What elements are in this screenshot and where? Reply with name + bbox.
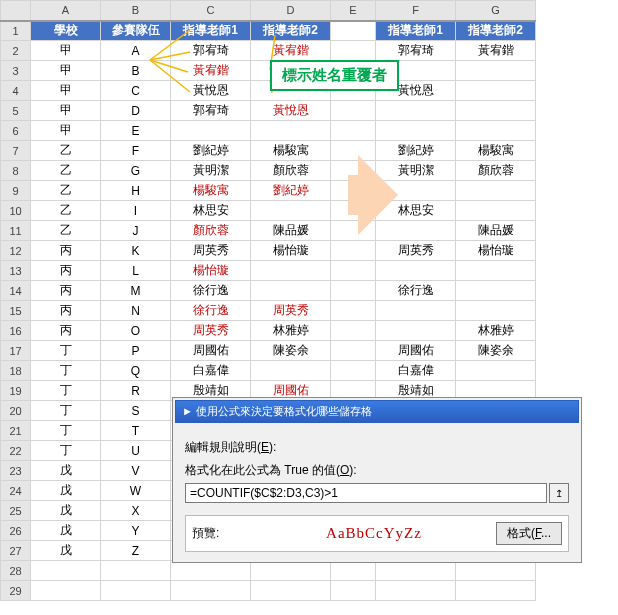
- cell[interactable]: 顏欣蓉: [171, 221, 251, 241]
- cell[interactable]: [331, 261, 376, 281]
- cell[interactable]: [456, 101, 536, 121]
- cell[interactable]: 郭宥琦: [171, 41, 251, 61]
- row-header[interactable]: 11: [1, 221, 31, 241]
- col-header-G[interactable]: G: [456, 1, 536, 21]
- cell[interactable]: [376, 101, 456, 121]
- row-header[interactable]: 12: [1, 241, 31, 261]
- cell[interactable]: 甲: [31, 41, 101, 61]
- cell[interactable]: [251, 281, 331, 301]
- cell[interactable]: 丁: [31, 421, 101, 441]
- cell[interactable]: P: [101, 341, 171, 361]
- cell[interactable]: G: [101, 161, 171, 181]
- cell[interactable]: 乙: [31, 221, 101, 241]
- cell[interactable]: 戊: [31, 541, 101, 561]
- cell[interactable]: [456, 361, 536, 381]
- cell[interactable]: [331, 241, 376, 261]
- row-header[interactable]: 6: [1, 121, 31, 141]
- row-header[interactable]: 26: [1, 521, 31, 541]
- cell[interactable]: 郭宥琦: [171, 101, 251, 121]
- cell[interactable]: [331, 581, 376, 601]
- cell[interactable]: 黃明潔: [171, 161, 251, 181]
- format-button[interactable]: 格式(F...: [496, 522, 562, 545]
- cell[interactable]: [251, 121, 331, 141]
- header-cell[interactable]: [331, 21, 376, 41]
- row-header[interactable]: 3: [1, 61, 31, 81]
- row-header[interactable]: 17: [1, 341, 31, 361]
- cell[interactable]: 周英秀: [171, 321, 251, 341]
- row-header[interactable]: 16: [1, 321, 31, 341]
- col-header-B[interactable]: B: [101, 1, 171, 21]
- cell[interactable]: 楊駿寓: [171, 181, 251, 201]
- col-header-F[interactable]: F: [376, 1, 456, 21]
- cell[interactable]: [456, 281, 536, 301]
- col-header-C[interactable]: C: [171, 1, 251, 21]
- row-header[interactable]: 25: [1, 501, 31, 521]
- row-header[interactable]: 28: [1, 561, 31, 581]
- cell[interactable]: 徐行逸: [171, 301, 251, 321]
- row-header[interactable]: 14: [1, 281, 31, 301]
- row-header[interactable]: 22: [1, 441, 31, 461]
- cell[interactable]: 劉紀婷: [171, 141, 251, 161]
- row-header[interactable]: 29: [1, 581, 31, 601]
- cell[interactable]: K: [101, 241, 171, 261]
- cell[interactable]: 丁: [31, 401, 101, 421]
- cell[interactable]: 郭宥琦: [376, 41, 456, 61]
- cell[interactable]: 丁: [31, 341, 101, 361]
- row-header[interactable]: 13: [1, 261, 31, 281]
- cell[interactable]: 楊駿寓: [251, 141, 331, 161]
- cell[interactable]: 戊: [31, 461, 101, 481]
- row-header[interactable]: 5: [1, 101, 31, 121]
- header-cell[interactable]: 參賽隊伍: [101, 21, 171, 41]
- cell[interactable]: W: [101, 481, 171, 501]
- cell[interactable]: Q: [101, 361, 171, 381]
- cell[interactable]: 甲: [31, 81, 101, 101]
- rule-type-selected[interactable]: ► 使用公式來決定要格式化哪些儲存格: [175, 400, 579, 423]
- cell[interactable]: [331, 101, 376, 121]
- cell[interactable]: 甲: [31, 121, 101, 141]
- cell[interactable]: H: [101, 181, 171, 201]
- cell[interactable]: [456, 121, 536, 141]
- cell[interactable]: [456, 581, 536, 601]
- row-header[interactable]: 1: [1, 21, 31, 41]
- cell[interactable]: [171, 581, 251, 601]
- header-cell[interactable]: 指導老師2: [251, 21, 331, 41]
- row-header[interactable]: 24: [1, 481, 31, 501]
- cell[interactable]: 乙: [31, 181, 101, 201]
- header-cell[interactable]: 指導老師1: [171, 21, 251, 41]
- row-header[interactable]: 20: [1, 401, 31, 421]
- cell[interactable]: 周英秀: [171, 241, 251, 261]
- cell[interactable]: [251, 201, 331, 221]
- cell[interactable]: 黃宥鍇: [171, 61, 251, 81]
- col-header-E[interactable]: E: [331, 1, 376, 21]
- cell[interactable]: [251, 261, 331, 281]
- cell[interactable]: [376, 561, 456, 581]
- cell[interactable]: 黃宥鍇: [251, 41, 331, 61]
- cell[interactable]: 丁: [31, 441, 101, 461]
- cell[interactable]: 劉紀婷: [251, 181, 331, 201]
- cell[interactable]: E: [101, 121, 171, 141]
- cell[interactable]: 楊怡璇: [456, 241, 536, 261]
- range-selector-button[interactable]: ↥: [549, 483, 569, 503]
- cell[interactable]: 徐行逸: [376, 281, 456, 301]
- cell[interactable]: [456, 201, 536, 221]
- cell[interactable]: 丙: [31, 241, 101, 261]
- header-cell[interactable]: 指導老師1: [376, 21, 456, 41]
- cell[interactable]: 林思安: [171, 201, 251, 221]
- cell[interactable]: 黃悅恩: [251, 101, 331, 121]
- cell[interactable]: [331, 281, 376, 301]
- cell[interactable]: 周英秀: [251, 301, 331, 321]
- row-header[interactable]: 21: [1, 421, 31, 441]
- cell[interactable]: 乙: [31, 161, 101, 181]
- cell[interactable]: [456, 61, 536, 81]
- cell[interactable]: 楊怡璇: [171, 261, 251, 281]
- cell[interactable]: 顏欣蓉: [251, 161, 331, 181]
- cell[interactable]: [101, 581, 171, 601]
- cell[interactable]: [376, 321, 456, 341]
- cell[interactable]: [251, 561, 331, 581]
- cell[interactable]: 陳品媛: [456, 221, 536, 241]
- cell[interactable]: 林雅婷: [456, 321, 536, 341]
- cell[interactable]: O: [101, 321, 171, 341]
- cell[interactable]: 戊: [31, 481, 101, 501]
- cell[interactable]: N: [101, 301, 171, 321]
- cell[interactable]: 乙: [31, 201, 101, 221]
